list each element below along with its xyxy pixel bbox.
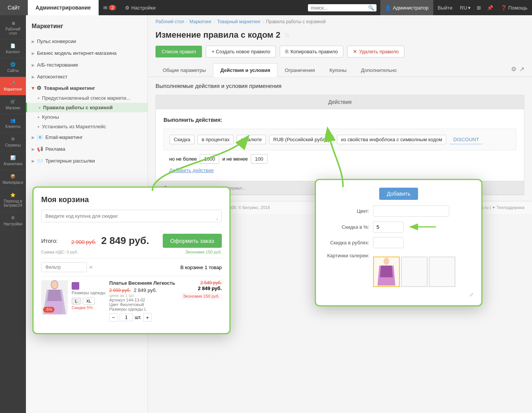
copy-icon: ⎘ <box>285 49 288 54</box>
pin-icon[interactable]: 📌 <box>484 0 496 15</box>
gallery-item-1[interactable] <box>373 257 400 287</box>
discount-pct-input[interactable] <box>373 222 404 233</box>
qty-plus[interactable]: + <box>143 313 152 322</box>
checkout-button[interactable]: Оформить заказ <box>163 234 222 248</box>
settings-tab-icon[interactable]: ⚙ <box>511 65 516 73</box>
help-button[interactable]: ❓ Помощь <box>496 0 532 15</box>
marketplace-icon: 📦 <box>10 174 16 179</box>
expand-icon[interactable]: ⤢ <box>469 292 474 298</box>
tab-actions[interactable]: Действия и условия <box>213 63 277 77</box>
tag-code[interactable]: DISCOUNT <box>449 135 483 144</box>
coupon-input[interactable] <box>41 210 222 222</box>
gallery-item-2[interactable] <box>401 257 428 287</box>
tag-currency[interactable]: в валюте <box>237 135 266 144</box>
sidebar-item-desktop[interactable]: 🖥 Рабочий стол <box>0 17 26 40</box>
tag-min[interactable]: 100 <box>251 154 268 164</box>
tag-max[interactable]: 1000 <box>200 154 219 164</box>
nav-item-email[interactable]: ▸ 📧 Email-маркетинг <box>26 131 147 143</box>
exit-button[interactable]: Выйти <box>433 0 457 15</box>
star-icon: ⭐ <box>10 193 16 198</box>
copy-button[interactable]: ⎘ Копировать правило <box>280 46 343 57</box>
size-L[interactable]: L <box>72 298 81 305</box>
qty-input[interactable] <box>120 314 133 321</box>
bullet-icon3: ▸ <box>32 61 35 69</box>
add-action-link[interactable]: Добавить действие <box>163 166 220 175</box>
color-input[interactable] <box>373 206 449 217</box>
nav-sub-preset[interactable]: ● Предустановленный список маркети... <box>26 93 147 103</box>
tag-rub[interactable]: RUB (Российский рубль) <box>269 135 334 144</box>
section-heading: Выполняемые действия и условия применени… <box>155 83 524 89</box>
nav-item-ads[interactable]: ▸ 📢 Реклама <box>26 143 147 155</box>
nav-item-pulse[interactable]: ▸ Пульс конверсии <box>26 35 147 47</box>
tag-percent[interactable]: в процентах <box>197 135 234 144</box>
nav-sub-marketplace[interactable]: ● Установить из Маркетплейс <box>26 122 147 131</box>
discount-badge: -5% <box>43 307 54 313</box>
actions-header: Действия <box>156 95 524 109</box>
tab-limits[interactable]: Ограничения <box>277 63 322 77</box>
sidebar-item-clients[interactable]: 👥 Клиенты <box>0 114 26 133</box>
language-selector[interactable]: RU ▾ <box>457 0 474 15</box>
nav-item-bizmodel[interactable]: ▸ Бизнес модель интернет-магазина <box>26 47 147 59</box>
user-button[interactable]: 👤 Администратор <box>380 0 433 15</box>
total-old-price: 2 900 руб. <box>71 239 96 245</box>
list-button[interactable]: Список правил <box>155 46 202 57</box>
size-XL[interactable]: XL <box>83 298 95 305</box>
site-button[interactable]: Сайт <box>0 0 28 15</box>
cart-popup: Моя корзина › Итого: 2 900 руб. 2 849 ру… <box>32 187 231 334</box>
expand-tab-icon[interactable]: ↗ <box>519 65 524 73</box>
tag-property[interactable]: из свойства инфоблока с символным кодом <box>337 135 446 144</box>
nav-item-triggers[interactable]: ▸ 📨 Триггерные рассылки <box>26 155 147 167</box>
action-row-1: Скидка в процентах в валюте RUB (Российс… <box>163 129 516 150</box>
email-icon: 📧 <box>37 134 43 140</box>
nav-sub-cart-rules[interactable]: ● Правила работы с корзиной <box>26 103 147 112</box>
qty-minus[interactable]: − <box>109 313 118 322</box>
tag-discount[interactable]: Скидка <box>170 135 194 144</box>
notification-button[interactable]: ✉ 2 <box>99 0 120 15</box>
services-icon: ⚙ <box>11 137 15 142</box>
filter-clear-icon[interactable]: ✕ <box>89 265 93 270</box>
top-nav: Сайт Администрирование ✉ 2 ⚙ Настройки 🔍… <box>0 0 532 15</box>
tab-general[interactable]: Общие параметры <box>155 63 213 77</box>
add-property-button[interactable]: Добавить <box>379 188 418 200</box>
tab-coupons[interactable]: Купоны <box>322 63 354 77</box>
discount-pct-label: Скидка в %: <box>324 224 369 230</box>
breadcrumb-tovar[interactable]: Товарный маркетинг <box>217 19 261 24</box>
settings-link[interactable]: ⚙ Настройки <box>120 0 160 15</box>
sidebar-item-services[interactable]: ⚙ Сервисы <box>0 133 26 151</box>
sidebar-item-settings[interactable]: ⚙ Настройки <box>0 212 26 230</box>
delete-button[interactable]: ✕ Удалить правило <box>347 46 404 57</box>
filter-input[interactable] <box>41 262 87 272</box>
item-subtotal-old: 2 549 руб. <box>181 280 222 285</box>
breadcrumb-desktop[interactable]: Рабочий стол <box>155 19 184 24</box>
sidebar-item-content[interactable]: 📄 Контент <box>0 40 26 58</box>
dot-icon2: ● <box>38 105 41 110</box>
item-article: Артикул 144-13-02 <box>109 298 177 302</box>
tabs-bar: Общие параметры Действия и условия Огран… <box>148 63 532 77</box>
gear-icon: ⚙ <box>125 5 130 11</box>
nav-sub-coupons[interactable]: ● Купоны <box>26 112 147 122</box>
nav-item-ab[interactable]: ▸ А/Б-тестирование <box>26 59 147 71</box>
grid-icon[interactable]: ⊞ <box>474 0 484 15</box>
breadcrumb: Рабочий стол › Маркетинг › Товарный марк… <box>148 15 532 28</box>
section-title: Маркетинг <box>26 19 147 35</box>
nav-group-tovar[interactable]: ▾ ⚙ Товарный маркетинг <box>26 83 147 93</box>
breadcrumb-marketing[interactable]: Маркетинг <box>189 19 212 24</box>
admin-button[interactable]: Администрирование <box>28 0 99 15</box>
search-input[interactable] <box>311 5 368 11</box>
toolbar: Список правил + Создать новое правило ⎘ … <box>148 46 532 63</box>
tab-extra[interactable]: Дополнительно <box>354 63 404 77</box>
gallery-label: Картинки галереи: <box>324 253 369 258</box>
sidebar-item-shop[interactable]: 🛒 Магазин <box>0 96 26 114</box>
sidebar-item-analytics[interactable]: 📊 Аналитика <box>0 151 26 170</box>
sidebar-item-marketing[interactable]: 📣 Маркетинг <box>0 77 26 96</box>
sidebar-item-bitrix24[interactable]: ⭐ Переход в Битрикс24 <box>0 189 26 212</box>
favorite-icon[interactable]: ☆ <box>284 32 290 39</box>
shop-icon: 🛒 <box>10 99 16 104</box>
sidebar-item-marketplace[interactable]: 📦 Marketplace <box>0 170 26 189</box>
discount-rub-input[interactable] <box>373 237 404 248</box>
nav-item-autocontext[interactable]: ▸ Автоконтекст <box>26 71 147 83</box>
gallery-item-3[interactable] <box>429 257 455 287</box>
chevron-down-icon: ▾ <box>468 5 471 11</box>
create-button[interactable]: + Создать новое правило <box>206 46 276 57</box>
sidebar-item-sites[interactable]: 🌐 Сайты <box>0 58 26 77</box>
